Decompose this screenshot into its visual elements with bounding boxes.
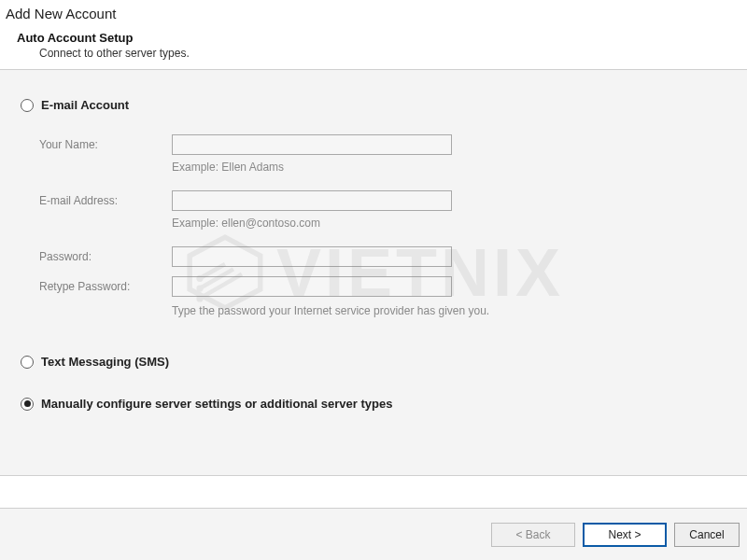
wizard-footer: < Back Next > Cancel — [0, 508, 747, 560]
option-email-account[interactable]: E-mail Account — [21, 98, 726, 112]
cancel-button[interactable]: Cancel — [674, 523, 740, 547]
wizard-body: VIETNIX E-mail Account Your Name: Exampl… — [0, 70, 747, 475]
header-subtitle: Connect to other server types. — [17, 47, 730, 60]
window-title: Add New Account — [0, 0, 747, 29]
email-input — [172, 190, 452, 211]
your-name-input — [172, 134, 452, 155]
option-manual[interactable]: Manually configure server settings or ad… — [21, 397, 726, 411]
wizard-header: Auto Account Setup Connect to other serv… — [0, 29, 747, 69]
divider — [0, 475, 747, 476]
password-input — [172, 246, 452, 267]
option-sms-label: Text Messaging (SMS) — [41, 355, 169, 369]
back-button: < Back — [491, 523, 575, 547]
email-form: Your Name: Example: Ellen Adams E-mail A… — [39, 133, 726, 317]
email-label: E-mail Address: — [39, 194, 172, 207]
next-button[interactable]: Next > — [583, 523, 667, 547]
option-manual-label: Manually configure server settings or ad… — [41, 397, 392, 411]
option-sms[interactable]: Text Messaging (SMS) — [21, 355, 726, 369]
password-label: Password: — [39, 250, 172, 263]
retype-password-label: Retype Password: — [39, 280, 172, 293]
option-email-account-label: E-mail Account — [41, 98, 129, 112]
your-name-label: Your Name: — [39, 138, 172, 151]
header-title: Auto Account Setup — [17, 31, 730, 45]
radio-icon — [21, 356, 34, 369]
your-name-hint: Example: Ellen Adams — [172, 161, 726, 174]
email-hint: Example: ellen@contoso.com — [172, 217, 726, 230]
radio-icon — [21, 398, 34, 411]
add-account-wizard: Add New Account Auto Account Setup Conne… — [0, 0, 747, 560]
password-hint: Type the password your Internet service … — [172, 304, 564, 317]
retype-password-input — [172, 276, 452, 297]
radio-icon — [21, 99, 34, 112]
